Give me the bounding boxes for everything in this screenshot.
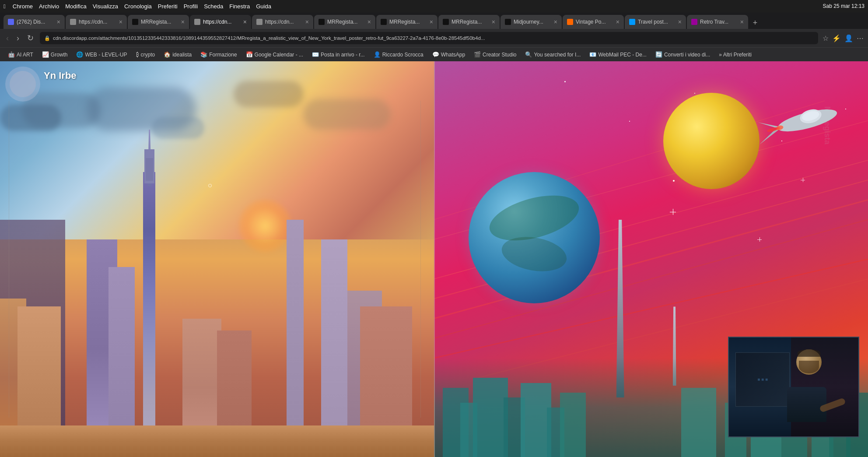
bookmark-converti[interactable]: 🔄 Converti i video di... [652,50,714,59]
tab-label: Retro Trav... [700,19,728,25]
menu-finestra[interactable]: Finestra [229,3,250,10]
apple-menu[interactable]:  [4,3,6,10]
more-options-icon[interactable]: ⋯ [857,34,864,42]
retro-favicon [691,19,697,25]
tab-retro[interactable]: Retro Trav... × [687,15,748,29]
tab-cdn2[interactable]: https://cdn... × [66,15,127,29]
tab-discord[interactable]: (2762) Dis... × [4,15,65,29]
right-image: MRregista ■ ■ ■ [434,61,868,457]
inner-monitor: ■ ■ ■ [735,352,790,407]
mj-favicon2 [318,19,325,25]
tab-close-icon[interactable]: × [305,18,309,25]
menu-visualizza[interactable]: Visualizza [93,3,118,10]
bookmark-altri[interactable]: » Altri Preferiti [715,50,755,59]
menu-archivio[interactable]: Archivio [39,3,59,10]
browser-chrome: (2762) Dis... × https://cdn... × MRRegis… [0,12,868,61]
tab-active[interactable]: https://cdn... × [190,15,251,29]
tab-label: Vintage Po... [576,19,606,25]
profile-text: Yn Irbe [44,70,77,81]
bookmark-ai-art[interactable]: 🤖 AI ART [4,50,37,59]
bookmark-posta[interactable]: ✉️ Posta in arrivo - r... [308,50,368,59]
tab-label: MRRegista... [452,19,482,25]
tab-close-icon[interactable]: × [492,18,495,25]
mj-favicon3 [381,19,387,25]
left-image: Yn Irbe [0,61,434,457]
tab-vintage[interactable]: Vintage Po... × [563,15,624,29]
bookmark-growth[interactable]: 📈 Growth [38,50,71,59]
tab-label: https://cdn... [203,19,231,25]
tab-label: Midjourney... [514,19,543,25]
address-bar[interactable]: 🔒 cdn.discordapp.com/attachments/1013512… [40,32,818,44]
bookmark-icon: 📧 [589,51,596,58]
bookmark-icon: 📈 [42,51,49,58]
tab-mrregista1[interactable]: MRRegista... × [128,15,189,29]
forward-button[interactable]: › [15,32,21,45]
cdn-favicon [70,19,76,25]
system-clock: Sab 25 mar 12:13 [823,3,864,9]
app-menu-items: Chrome Archivio Modifica Visualizza Cron… [13,3,271,10]
address-bar-row: ‹ › ↻ 🔒 cdn.discordapp.com/attachments/1… [0,29,868,47]
tab-mrregista4[interactable]: MRRegista... × [438,15,500,29]
tab-close-icon[interactable]: × [740,18,744,25]
bookmark-label: idealista [172,52,192,58]
bookmark-you-searched[interactable]: 🔍 You searched for I... [522,50,584,59]
tab-close-icon[interactable]: × [119,18,122,25]
bookmark-creator[interactable]: 🎬 Creator Studio [470,50,520,59]
tab-cdn3[interactable]: https://cdn... × [252,15,313,29]
planet-blue [469,172,600,303]
menu-cronologia[interactable]: Cronologia [124,3,152,10]
bookmark-web-levelup[interactable]: 🌐 WEB - LEVEL-UP [73,50,130,59]
bookmark-whatsapp[interactable]: 💬 WhatsApp [429,50,469,59]
tab-label: MRRegista... [327,19,357,25]
menu-modifica[interactable]: Modifica [65,3,86,10]
tab-bar: (2762) Dis... × https://cdn... × MRRegis… [0,12,868,29]
tab-close-icon[interactable]: × [243,18,247,25]
app-name[interactable]: Chrome [13,3,33,10]
menu-scheda[interactable]: Scheda [204,3,223,10]
bookmark-label: » Altri Preferiti [719,52,752,58]
tab-close-icon[interactable]: × [57,18,60,25]
tab-mrregista3[interactable]: MRRegista... × [376,15,438,29]
tab-midjourney[interactable]: Midjourney... × [500,15,562,29]
bookmark-label: AI ART [17,52,33,58]
bookmark-webmail[interactable]: 📧 WebMail PEC - De... [586,50,650,59]
tab-close-icon[interactable]: × [430,18,433,25]
mj-favicon4 [443,19,449,25]
menu-profili[interactable]: Profili [184,3,198,10]
bookmark-label: Growth [51,52,68,58]
bookmark-label: crypto [141,52,155,58]
new-tab-button[interactable]: + [749,17,761,29]
bookmark-google-cal[interactable]: 📅 Google Calendar - ... [242,50,307,59]
bookmark-icon: ✉️ [312,51,319,58]
profile-bubble [5,67,40,102]
tab-travel[interactable]: Travel post... × [625,15,686,29]
profile-icon[interactable]: 👤 [844,34,853,42]
bookmark-icon: 🔄 [655,51,662,58]
extensions-icon[interactable]: ⚡ [832,34,841,42]
tab-mrregista2[interactable]: MRRegista... × [314,15,375,29]
bookmark-star-icon[interactable]: ☆ [822,34,829,42]
travel-favicon [629,19,635,25]
bookmark-formazione[interactable]: 📚 Formazione [197,50,240,59]
refresh-button[interactable]: ↻ [25,32,35,45]
tab-close-icon[interactable]: × [181,18,185,25]
bookmark-idealista[interactable]: 🏠 idealista [160,50,195,59]
bookmark-label: Google Calendar - ... [255,52,303,58]
tab-close-icon[interactable]: × [616,18,620,25]
bookmark-icon: 👤 [374,51,381,58]
menu-preferiti[interactable]: Preferiti [158,3,178,10]
menu-guida[interactable]: Guida [256,3,271,10]
bookmark-label: WebMail PEC - De... [598,52,646,58]
tab-close-icon[interactable]: × [368,18,371,25]
lock-icon: 🔒 [44,35,50,41]
back-button[interactable]: ‹ [4,32,10,45]
bookmark-icon: ₿ [136,51,139,58]
main-content: Yn Irbe [0,61,868,457]
bookmark-crypto[interactable]: ₿ crypto [133,50,159,59]
bookmark-label: You searched for I... [534,52,581,58]
bookmark-riccardo[interactable]: 👤 Riccardo Scrocca [370,50,427,59]
tab-close-icon[interactable]: × [554,18,557,25]
webcam-overlay: ■ ■ ■ [728,337,859,437]
discord-favicon [8,19,14,25]
tab-close-icon[interactable]: × [678,18,682,25]
